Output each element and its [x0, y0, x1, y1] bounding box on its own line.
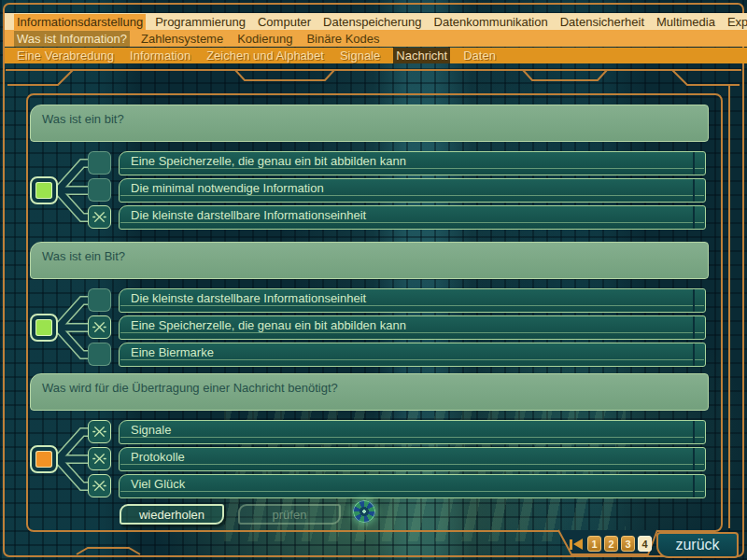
menu1-item-informationsdarstellung[interactable]: Informationsdarstellung	[14, 14, 146, 30]
page-button-2[interactable]: 2	[604, 536, 618, 552]
answer-text: Protokolle	[131, 450, 185, 464]
answer-bar[interactable]: Viel Glück	[119, 474, 706, 498]
answer-checkbox[interactable]	[88, 288, 111, 312]
menu-level-3: Eine Verabredung Information Zeichen und…	[5, 48, 747, 63]
answer-checkbox[interactable]	[88, 343, 111, 366]
spinner-flower-icon	[353, 500, 375, 523]
menu1-item-computer[interactable]: Computer	[255, 14, 314, 30]
answer-bar[interactable]: Eine Speicherzelle, die genau ein bit ab…	[119, 151, 706, 175]
answer-bar[interactable]: Signale	[119, 420, 706, 444]
checkbox-x-icon	[91, 477, 108, 495]
repeat-button-label: wiederholen	[139, 508, 204, 522]
answer-checkbox[interactable]	[88, 178, 111, 202]
answer-row: Die kleinste darstellbare Informationsei…	[0, 288, 747, 313]
answer-checkbox[interactable]	[88, 447, 111, 470]
arrow-bar	[570, 539, 572, 550]
menu3-item-signale[interactable]: Signale	[337, 48, 383, 63]
checkbox-x-icon	[91, 318, 108, 336]
back-button-label: zurück	[675, 537, 719, 553]
answer-bar[interactable]: Protokolle	[119, 447, 706, 471]
question-box: Was wird für die Übertragung einer Nachr…	[30, 373, 709, 411]
menu2-item-zahlensysteme[interactable]: Zahlensysteme	[138, 31, 226, 47]
back-button[interactable]: zurück	[656, 532, 739, 558]
menu1-item-multimedia[interactable]: Multimedia	[654, 14, 718, 30]
answer-checkbox[interactable]	[88, 315, 111, 339]
repeat-button[interactable]: wiederholen	[120, 504, 224, 525]
answer-checkbox[interactable]	[88, 474, 111, 497]
answer-bar[interactable]: Die kleinste darstellbare Informationsei…	[119, 288, 706, 313]
answer-row: Signale	[0, 420, 747, 444]
question-text: Was ist ein Bit?	[42, 249, 125, 263]
menu1-item-datenkommunikation[interactable]: Datenkommunikation	[431, 14, 551, 30]
answer-row: Die kleinste darstellbare Informationsei…	[0, 205, 747, 230]
answer-text: Eine Speicherzelle, die genau ein bit ab…	[131, 318, 406, 332]
answer-checkbox[interactable]	[88, 205, 111, 229]
page-button-1[interactable]: 1	[587, 536, 601, 552]
arrow-triangle	[573, 539, 583, 550]
answer-text: Die minimal notwendige Information	[131, 181, 324, 195]
answer-row: Die minimal notwendige Information	[0, 178, 747, 203]
answer-row: Eine Speicherzelle, die genau ein bit ab…	[0, 151, 747, 175]
answer-bar[interactable]: Eine Speicherzelle, die genau ein bit ab…	[119, 315, 706, 340]
answer-bar[interactable]: Die kleinste darstellbare Informationsei…	[119, 205, 706, 230]
menu3-item-zeichen-und-alphabet[interactable]: Zeichen und Alphabet	[204, 48, 327, 63]
check-button[interactable]: prüfen	[238, 504, 341, 525]
menu3-item-daten[interactable]: Daten	[460, 48, 499, 63]
question-text: Was wird für die Übertragung einer Nachr…	[42, 381, 338, 395]
answer-text: Signale	[131, 423, 171, 437]
page-button-4[interactable]: 4	[638, 536, 652, 552]
menu2-item-binaere-kodes[interactable]: Binäre Kodes	[303, 31, 382, 47]
menu-level-1: Informationsdarstellung Programmierung C…	[5, 13, 747, 30]
app-window: Informationsdarstellung Programmierung C…	[0, 0, 747, 560]
answer-bar[interactable]: Eine Biermarke	[119, 343, 706, 367]
answer-text: Die kleinste darstellbare Informationsei…	[131, 291, 366, 305]
menu-level-2: Was ist Information? Zahlensysteme Kodie…	[5, 30, 747, 47]
menu3-item-information[interactable]: Information	[127, 48, 193, 63]
answer-checkbox[interactable]	[88, 151, 111, 175]
check-button-label: prüfen	[273, 508, 307, 522]
answer-text: Die kleinste darstellbare Informationsei…	[131, 208, 366, 222]
question-group-2: Was ist ein Bit? Die kleinste darstellba…	[0, 242, 747, 369]
answer-bar[interactable]: Die minimal notwendige Information	[119, 178, 706, 203]
menu1-item-datenspeicherung[interactable]: Datenspeicherung	[320, 14, 425, 30]
answer-row: Eine Speicherzelle, die genau ein bit ab…	[0, 315, 747, 340]
page-button-3[interactable]: 3	[621, 536, 635, 552]
question-text: Was ist ein bit?	[42, 112, 124, 126]
answer-checkbox[interactable]	[88, 420, 111, 443]
answer-row: Protokolle	[0, 447, 747, 471]
menu3-item-eine-verabredung[interactable]: Eine Verabredung	[14, 48, 117, 63]
checkbox-x-icon	[91, 208, 108, 226]
answer-row: Eine Biermarke	[0, 343, 747, 367]
top-decor-lines	[0, 62, 747, 95]
checkbox-x-icon	[91, 423, 108, 441]
answer-text: Viel Glück	[131, 477, 185, 491]
answer-text: Eine Biermarke	[131, 345, 214, 359]
answer-row: Viel Glück	[0, 474, 747, 498]
menu2-item-was-ist-information[interactable]: Was ist Information?	[14, 31, 130, 47]
checkbox-x-icon	[91, 450, 108, 468]
question-box: Was ist ein Bit?	[30, 242, 709, 279]
menu1-item-programmierung[interactable]: Programmierung	[152, 14, 248, 30]
menu1-item-exploratorium[interactable]: Exploratorium	[725, 14, 747, 30]
menu1-item-datensicherheit[interactable]: Datensicherheit	[557, 14, 647, 30]
menu2-item-kodierung[interactable]: Kodierung	[234, 31, 295, 47]
pagination-prev-arrow-icon[interactable]	[570, 539, 585, 550]
question-group-1: Was ist ein bit? Eine Speicherzelle, die…	[0, 105, 747, 231]
question-box: Was ist ein bit?	[30, 105, 709, 142]
answer-text: Eine Speicherzelle, die genau ein bit ab…	[131, 154, 406, 168]
menu3-item-nachricht[interactable]: Nachricht	[393, 48, 450, 63]
question-group-3: Was wird für die Übertragung einer Nachr…	[0, 373, 747, 500]
